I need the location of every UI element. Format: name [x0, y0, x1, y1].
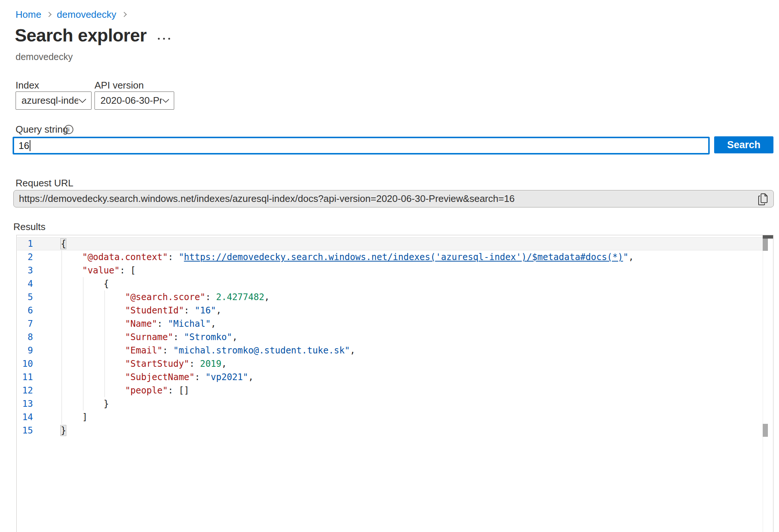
code-token: ,	[221, 359, 226, 369]
line-number: 1	[17, 237, 33, 250]
editor-line[interactable]: 5 "@search.score": 2.4277482,	[17, 290, 763, 304]
code-token	[61, 385, 125, 396]
code-line: "Name": "Michal",	[61, 317, 216, 330]
code-token	[61, 319, 125, 329]
code-token: "@search.score"	[125, 292, 205, 302]
editor-line[interactable]: 14 ]	[17, 410, 763, 424]
line-number: 5	[17, 290, 33, 304]
code-token: "Email"	[125, 345, 162, 356]
editor-line[interactable]: 11 "SubjectName": "vp2021",	[17, 370, 763, 384]
code-token: "Stromko"	[184, 332, 232, 342]
scrollbar-top-shadow	[763, 235, 773, 239]
code-line: "StudentId": "16",	[61, 304, 222, 317]
info-icon[interactable]: i	[64, 125, 73, 134]
code-token	[61, 359, 125, 369]
ellipsis-icon	[168, 38, 170, 40]
query-string-input[interactable]: 16	[13, 137, 710, 154]
code-token	[61, 399, 104, 409]
code-token	[61, 412, 82, 422]
editor-line[interactable]: 7 "Name": "Michal",	[17, 317, 763, 330]
code-token: :	[173, 332, 184, 342]
text-caret	[30, 140, 30, 151]
editor-line[interactable]: 6 "StudentId": "16",	[17, 304, 763, 317]
editor-line[interactable]: 4 {	[17, 277, 763, 290]
indent-guide	[105, 290, 105, 397]
code-token: ,	[350, 345, 355, 356]
code-line: }	[61, 424, 66, 437]
chevron-down-icon	[162, 98, 169, 103]
editor-line[interactable]: 13 }	[17, 397, 763, 410]
api-version-dropdown-value: 2020-06-30-Pre...	[100, 95, 162, 106]
code-line: {	[61, 237, 66, 250]
code-token: "SubjectName"	[125, 372, 195, 382]
code-token	[61, 265, 82, 276]
editor-line[interactable]: 15}	[17, 424, 763, 437]
code-token: "	[623, 252, 628, 262]
code-token: "Name"	[125, 319, 157, 329]
editor-line[interactable]: 3 "value": [	[17, 264, 763, 277]
code-token: "value"	[82, 265, 120, 276]
editor-line[interactable]: 9 "Email": "michal.stromko@.student.tuke…	[17, 344, 763, 357]
code-token: }	[104, 399, 109, 409]
code-token: :	[168, 252, 179, 262]
results-editor[interactable]: 1{2 "@odata.context": "https://demovedec…	[16, 235, 773, 532]
more-options-button[interactable]	[156, 36, 172, 42]
editor-line[interactable]: 10 "StartStudy": 2019,	[17, 357, 763, 370]
query-string-value: 16	[19, 140, 29, 152]
code-token: "StartStudy"	[125, 359, 189, 369]
odata-context-link[interactable]: https://demovedecky.search.windows.net/i…	[184, 252, 623, 262]
overview-ruler-mark	[763, 424, 768, 437]
search-explorer-page: Home demovedecky Search explorer demoved…	[0, 0, 779, 532]
code-token: 2019	[200, 359, 222, 369]
breadcrumb-demovedecky-link[interactable]: demovedecky	[57, 9, 116, 20]
index-dropdown-value: azuresql-index	[21, 95, 78, 106]
code-token: ,	[629, 252, 634, 262]
line-number: 15	[17, 424, 33, 437]
line-number: 11	[17, 370, 33, 384]
code-token: "StudentId"	[125, 305, 184, 316]
code-line: "people": []	[61, 384, 189, 397]
code-token: ,	[232, 332, 237, 342]
editor-lines: 1{2 "@odata.context": "https://demovedec…	[17, 235, 773, 532]
editor-line[interactable]: 2 "@odata.context": "https://demovedecky…	[17, 250, 763, 264]
request-url-field[interactable]: https://demovedecky.search.windows.net/i…	[13, 190, 774, 207]
scrollbar-thumb[interactable]	[763, 239, 768, 251]
code-token: "vp2021"	[205, 372, 248, 382]
code-token: ,	[211, 319, 216, 329]
editor-line[interactable]: 12 "people": []	[17, 384, 763, 397]
code-token: : []	[168, 385, 189, 396]
code-line: "@search.score": 2.4277482,	[61, 290, 270, 304]
code-token: ]	[82, 412, 87, 422]
line-number: 2	[17, 250, 33, 264]
api-version-dropdown[interactable]: 2020-06-30-Pre...	[95, 92, 174, 110]
editor-line[interactable]: 1{	[17, 237, 763, 250]
indent-guide	[83, 277, 83, 410]
search-button[interactable]: Search	[714, 136, 773, 153]
copy-button[interactable]	[756, 193, 769, 205]
code-token: "	[179, 252, 184, 262]
line-number: 7	[17, 317, 33, 330]
page-title: Search explorer	[15, 25, 146, 46]
code-line: "value": [	[61, 264, 136, 277]
code-token: ,	[264, 292, 269, 302]
code-token	[61, 292, 125, 302]
index-dropdown[interactable]: azuresql-index	[16, 92, 92, 110]
ellipsis-icon	[163, 38, 165, 40]
breadcrumb-separator-icon	[122, 11, 127, 17]
code-token: :	[195, 372, 205, 382]
code-token	[61, 332, 125, 342]
copy-icon	[758, 193, 768, 205]
code-token	[61, 305, 125, 316]
code-token	[61, 372, 125, 382]
chevron-down-icon	[78, 98, 87, 103]
editor-line[interactable]: 8 "Surname": "Stromko",	[17, 330, 763, 344]
line-number: 10	[17, 357, 33, 370]
code-token: 2.4277482	[216, 292, 264, 302]
breadcrumb-home-link[interactable]: Home	[16, 9, 41, 20]
scrollbar-track	[763, 235, 763, 532]
api-version-label: API version	[95, 80, 144, 91]
line-number: 12	[17, 384, 33, 397]
code-token: :	[184, 305, 195, 316]
code-token: "@odata.context"	[82, 252, 168, 262]
code-token: :	[189, 359, 200, 369]
